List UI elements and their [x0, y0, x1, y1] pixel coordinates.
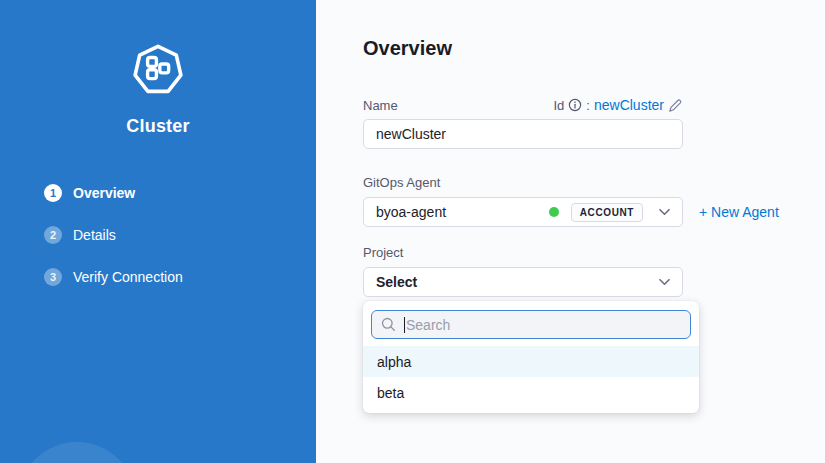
id-separator: : [586, 98, 590, 113]
step-label: Verify Connection [73, 269, 183, 285]
project-search-input[interactable] [405, 317, 681, 333]
id-line: Id : newCluster [554, 97, 684, 113]
name-field-header: Name Id : newCluster [363, 97, 683, 113]
info-icon[interactable] [568, 98, 582, 112]
sidebar-decorative-circle [18, 442, 136, 463]
step-number-badge: 2 [44, 226, 62, 244]
step-label: Details [73, 227, 116, 243]
step-details[interactable]: 2 Details [44, 226, 316, 244]
step-number-badge: 3 [44, 268, 62, 286]
id-label: Id [554, 98, 565, 113]
wizard-sidebar: Cluster 1 Overview 2 Details 3 Verify Co… [0, 0, 316, 463]
cluster-icon [132, 44, 184, 96]
name-label: Name [363, 98, 398, 113]
project-search-box[interactable] [371, 310, 691, 339]
gitops-agent-value: byoa-agent [376, 204, 446, 220]
project-dropdown-panel: alpha beta [363, 301, 699, 413]
id-value: newCluster [594, 97, 664, 113]
overview-form-panel: Overview Name Id : newCluster GitOps Age… [316, 0, 825, 463]
cluster-name-input[interactable] [363, 119, 683, 149]
search-icon [381, 317, 396, 332]
agent-health-dot [549, 207, 559, 217]
gitops-agent-row: byoa-agent ACCOUNT + New Agent [363, 197, 825, 227]
option-beta[interactable]: beta [363, 377, 699, 408]
gitops-agent-select[interactable]: byoa-agent ACCOUNT [363, 197, 683, 227]
project-select[interactable]: Select [363, 267, 683, 297]
project-select-value: Select [376, 274, 417, 290]
chevron-down-icon [659, 278, 670, 286]
wizard-title: Cluster [0, 116, 316, 137]
gitops-agent-label: GitOps Agent [363, 175, 825, 190]
agent-scope-badge: ACCOUNT [571, 203, 643, 222]
option-alpha[interactable]: alpha [363, 346, 699, 377]
chevron-down-icon [659, 208, 670, 216]
project-label: Project [363, 245, 825, 260]
page-title: Overview [363, 36, 825, 60]
edit-id-icon[interactable] [668, 98, 683, 113]
step-verify-connection[interactable]: 3 Verify Connection [44, 268, 316, 286]
step-overview[interactable]: 1 Overview [44, 184, 316, 202]
step-number-badge: 1 [44, 184, 62, 202]
project-options-list: alpha beta [363, 346, 699, 408]
step-label: Overview [73, 185, 135, 201]
new-agent-link[interactable]: + New Agent [699, 204, 779, 220]
wizard-steps: 1 Overview 2 Details 3 Verify Connection [44, 184, 316, 286]
